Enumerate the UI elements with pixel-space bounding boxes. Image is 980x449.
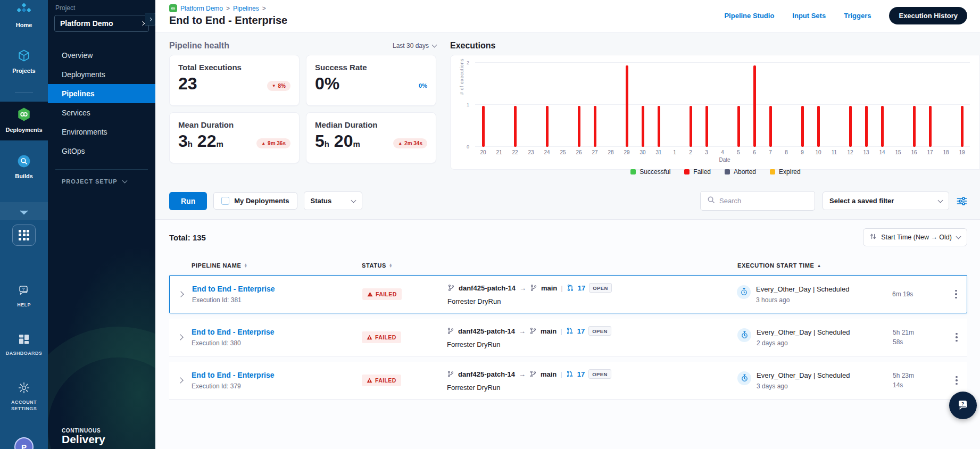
bar-slot [746,63,762,147]
row-expand-chevron[interactable] [169,335,192,339]
project-sidebar: Project Platform Demo Overview Deploymen… [48,0,155,449]
rail-item-deployments[interactable]: Deployments [0,102,48,140]
failed-bar[interactable] [737,106,740,147]
breadcrumb-pipelines-link[interactable]: Pipelines [233,5,259,12]
project-setup-toggle[interactable]: PROJECT SETUP [48,170,155,185]
search-icon [707,196,715,206]
legend-item-successful[interactable]: Successful [630,168,670,176]
source-branch[interactable]: danf425-patch-14 [458,327,515,335]
sidebar-item-environments[interactable]: Environments [48,122,155,142]
my-deployments-checkbox[interactable]: My Deployments [213,192,297,210]
separator: | [561,284,562,292]
failed-bar[interactable] [769,106,772,147]
pipeline-name-link[interactable]: End to End - Enterprise [192,285,362,293]
pipeline-name-link[interactable]: End to End - Enterprise [192,328,362,336]
failed-bar[interactable] [658,106,660,147]
column-pipeline-name[interactable]: PIPELINE NAME▲▼ [192,262,362,269]
failed-bar[interactable] [817,106,820,147]
sidebar-item-overview[interactable]: Overview [48,46,155,65]
rail-item-home[interactable]: Home [0,0,48,35]
table-row[interactable]: End to End - Enterprise Execution Id: 38… [169,319,967,356]
module-grid-button[interactable] [12,224,36,246]
legend-item-aborted[interactable]: Aborted [725,168,756,176]
sort-icon: ▲▼ [389,263,393,268]
help-chat-fab[interactable]: ? [949,392,977,419]
pr-number-link[interactable]: 17 [577,370,585,378]
row-menu-button[interactable] [945,288,967,301]
rail-item-account-settings[interactable]: ACCOUNT SETTINGS [0,376,48,417]
x-tick-label: 9 [794,149,810,155]
saved-filter-dropdown[interactable]: Select a saved filter [823,192,949,210]
failed-bar[interactable] [705,106,708,147]
project-selector-value: Platform Demo [60,19,113,28]
table-row[interactable]: End to End - Enterprise Execution Id: 37… [169,362,967,400]
failed-bar[interactable] [913,106,916,147]
source-branch[interactable]: danf425-patch-14 [458,370,515,378]
rail-item-projects[interactable]: Projects [0,44,48,81]
project-selector[interactable]: Platform Demo [54,15,149,32]
tab-input-sets[interactable]: Input Sets [792,12,826,20]
pr-number-link[interactable]: 17 [578,284,585,292]
sidebar-item-pipelines[interactable]: Pipelines [48,84,155,103]
legend-item-expired[interactable]: Expired [770,168,801,176]
source-branch[interactable]: danf425-patch-14 [459,284,516,292]
stats-band: Pipeline health Last 30 days Total Execu… [155,32,980,175]
table-row[interactable]: End to End - Enterprise Execution Id: 38… [169,275,967,313]
pipeline-name-link[interactable]: End to End - Enterprise [192,371,362,379]
sidebar-collapse-button[interactable] [145,13,155,26]
failed-bar[interactable] [642,106,644,147]
failed-bar[interactable] [753,65,756,147]
target-branch[interactable]: main [541,327,557,335]
status-filter-dropdown[interactable]: Status [304,192,362,210]
project-section-label: Project [48,3,155,15]
tab-pipeline-studio[interactable]: Pipeline Studio [724,12,774,20]
rail-item-help[interactable]: ? HELP [0,280,48,314]
sort-dropdown[interactable]: Start Time (New → Old) [863,228,967,246]
failed-bar[interactable] [482,106,485,147]
row-expand-chevron[interactable] [170,292,192,296]
pipeline-health-section: Pipeline health Last 30 days Total Execu… [169,41,436,170]
status-text: FAILED [375,377,396,384]
rail-collapse-button[interactable] [0,202,48,220]
failed-bar[interactable] [546,106,549,147]
chevron-down-icon [956,234,961,239]
user-avatar[interactable]: P [14,437,34,449]
column-status[interactable]: STATUS▲▼ [362,262,447,269]
sidebar-item-deployments[interactable]: Deployments [48,65,155,84]
separator: | [560,370,562,378]
search-input[interactable] [719,197,808,205]
sidebar-item-gitops[interactable]: GitOps [48,142,155,161]
breadcrumb-project-link[interactable]: Platform Demo [180,5,223,12]
pr-number-link[interactable]: 17 [577,327,585,335]
failed-bar[interactable] [881,106,884,147]
target-branch[interactable]: main [541,284,557,292]
tab-execution-history[interactable]: Execution History [889,7,967,24]
row-menu-button[interactable] [946,331,967,344]
legend-item-failed[interactable]: Failed [684,168,711,176]
rail-item-dashboards[interactable]: DASHBOARDS [0,328,48,362]
target-branch[interactable]: main [541,370,557,378]
rail-item-builds[interactable]: Builds [0,149,48,186]
time-range-select[interactable]: Last 30 days [393,42,436,49]
failed-bar[interactable] [626,65,628,147]
sidebar-item-services[interactable]: Services [48,103,155,122]
x-tick-label: 13 [858,149,874,155]
row-menu-button[interactable] [946,374,967,387]
failed-bar[interactable] [849,106,852,147]
filter-sliders-button[interactable] [957,197,967,205]
failed-bar[interactable] [594,106,596,147]
run-button[interactable]: Run [169,192,207,210]
failed-bar[interactable] [929,106,932,147]
tab-triggers[interactable]: Triggers [844,12,871,20]
pipeline-tabs: Pipeline Studio Input Sets Triggers Exec… [724,4,967,27]
failed-bar[interactable] [961,106,964,147]
column-execution-start-time[interactable]: EXECUTION START TIME▲ [737,262,893,269]
chevron-down-icon [432,43,437,48]
failed-bar[interactable] [690,106,692,147]
failed-bar[interactable] [514,106,517,147]
row-expand-chevron[interactable] [169,378,192,383]
failed-bar[interactable] [865,106,868,147]
warning-icon [367,378,372,383]
failed-bar[interactable] [801,106,804,147]
failed-bar[interactable] [578,106,580,147]
